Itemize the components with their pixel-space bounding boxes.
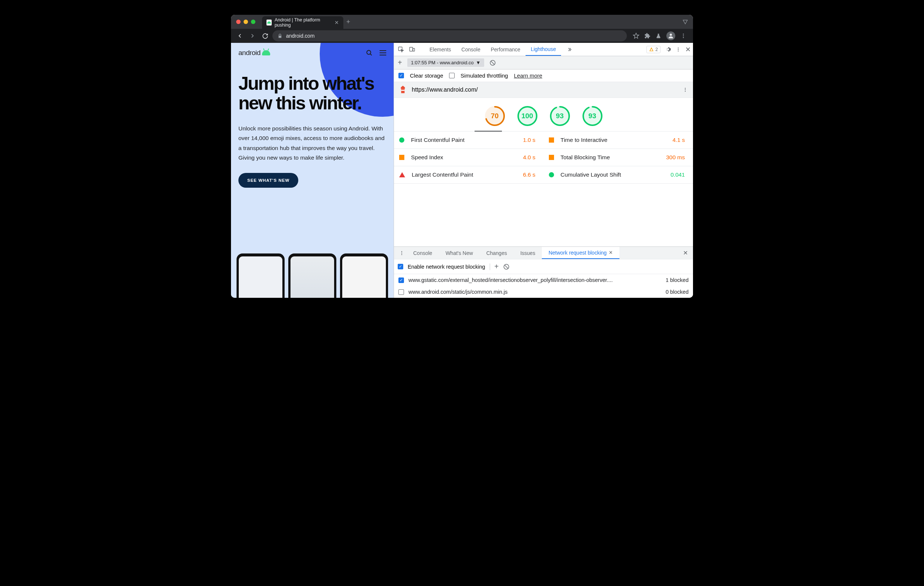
search-icon[interactable]: [366, 49, 373, 56]
window-minimize-button[interactable]: [244, 20, 248, 24]
browser-window: Android | The platform pushing ✕ + andro…: [231, 15, 693, 298]
devtools-close-icon[interactable]: ✕: [685, 46, 691, 54]
inspect-element-icon[interactable]: [396, 45, 406, 54]
metric-row[interactable]: Time to Interactive 4.1 s: [544, 132, 693, 149]
metric-name: Total Blocking Time: [561, 154, 667, 161]
separator: [490, 263, 490, 270]
extensions-icon[interactable]: [645, 33, 650, 39]
metric-value: 4.0 s: [523, 154, 536, 161]
drawer-menu-icon[interactable]: [397, 250, 407, 256]
learn-more-link[interactable]: Learn more: [514, 72, 542, 79]
pattern-checkbox[interactable]: ✓: [398, 278, 404, 283]
metric-name: Cumulative Layout Shift: [561, 171, 671, 178]
labs-icon[interactable]: [656, 33, 661, 39]
profile-avatar-button[interactable]: [667, 31, 675, 40]
metric-name: Largest Contentful Paint: [412, 171, 523, 178]
new-tab-button[interactable]: +: [346, 18, 350, 26]
hero-description: Unlock more possibilities this season us…: [238, 124, 386, 163]
lighthouse-score-gauge[interactable]: 93: [550, 106, 570, 126]
drawer-tab-network-blocking[interactable]: Network request blocking ✕: [542, 247, 619, 259]
window-maximize-button[interactable]: [251, 20, 256, 24]
nav-back-button[interactable]: [235, 31, 245, 41]
add-pattern-icon[interactable]: +: [495, 262, 499, 271]
titlebar-menu-icon[interactable]: [683, 19, 688, 25]
android-logo[interactable]: android: [238, 49, 270, 57]
report-selector-label: 1:07:55 PM - www.android.co: [411, 60, 474, 66]
tab-elements[interactable]: Elements: [424, 43, 456, 56]
warnings-badge[interactable]: 2: [647, 46, 660, 53]
more-tabs-icon[interactable]: [565, 45, 574, 54]
metric-status-icon: [549, 155, 554, 160]
tab-lighthouse[interactable]: Lighthouse: [526, 43, 561, 56]
block-pattern-row[interactable]: ✓ www.gstatic.com/external_hosted/inters…: [394, 274, 693, 286]
metric-row[interactable]: Total Blocking Time 300 ms: [544, 149, 693, 166]
lighthouse-score-gauge[interactable]: 100: [517, 106, 537, 126]
clear-patterns-icon[interactable]: [503, 263, 510, 270]
hamburger-menu-icon[interactable]: [380, 50, 386, 56]
nav-forward-button[interactable]: [247, 31, 257, 41]
report-selector[interactable]: 1:07:55 PM - www.android.co ▼: [407, 58, 485, 67]
drawer-tab-changes[interactable]: Changes: [480, 247, 514, 259]
drawer-tabs: Console What's New Changes Issues Networ…: [394, 247, 693, 259]
bookmark-star-icon[interactable]: [633, 33, 639, 39]
metric-status-icon: [399, 137, 404, 143]
content-area: android Jump into what's new this winter…: [231, 43, 693, 298]
metric-status-icon: [549, 172, 554, 177]
drawer-tab-whatsnew[interactable]: What's New: [439, 247, 479, 259]
drawer-tab-close-icon[interactable]: ✕: [609, 250, 613, 255]
svg-point-2: [683, 35, 684, 36]
android-robot-icon: [262, 50, 270, 56]
report-menu-icon[interactable]: [683, 87, 688, 92]
device-toggle-icon[interactable]: [407, 45, 417, 54]
lighthouse-score-gauge[interactable]: 70: [485, 106, 505, 126]
metric-name: Speed Index: [411, 154, 523, 161]
lighthouse-score-gauge[interactable]: 93: [582, 106, 602, 126]
tab-console[interactable]: Console: [456, 43, 485, 56]
drawer-tab-label: Network request blocking: [548, 250, 607, 256]
pattern-checkbox[interactable]: [398, 289, 404, 295]
cta-button[interactable]: SEE WHAT'S NEW: [238, 173, 298, 188]
simulated-throttling-checkbox[interactable]: [449, 73, 455, 78]
window-close-button[interactable]: [236, 20, 241, 24]
svg-rect-12: [401, 89, 404, 93]
metric-row[interactable]: Speed Index 4.0 s: [394, 149, 544, 166]
nav-reload-button[interactable]: [260, 31, 270, 41]
tab-title: Android | The platform pushing: [275, 17, 329, 28]
svg-point-23: [401, 254, 402, 255]
clear-storage-checkbox[interactable]: ✓: [398, 73, 404, 78]
drawer-close-icon[interactable]: ✕: [681, 249, 690, 257]
toolbar-right: [633, 31, 686, 40]
enable-blocking-checkbox[interactable]: ✓: [398, 264, 403, 269]
svg-point-15: [685, 89, 686, 90]
browser-menu-icon[interactable]: [680, 33, 686, 39]
svg-point-19: [551, 107, 569, 125]
svg-rect-6: [409, 47, 412, 51]
metric-status-icon: [399, 155, 404, 160]
report-url: https://www.android.com/: [412, 86, 478, 93]
traffic-lights: [236, 20, 256, 24]
url-bar[interactable]: android.com: [272, 30, 627, 41]
drawer-tab-console[interactable]: Console: [407, 247, 439, 259]
metric-status-icon: [399, 172, 405, 177]
metric-row[interactable]: Largest Contentful Paint 6.6 s: [394, 166, 544, 184]
drawer-tab-issues[interactable]: Issues: [514, 247, 542, 259]
lighthouse-icon: [399, 86, 407, 94]
devtools-menu-icon[interactable]: [676, 47, 681, 52]
tab-performance[interactable]: Performance: [486, 43, 526, 56]
block-pattern-row[interactable]: www.android.com/static/js/common.min.js …: [394, 286, 693, 298]
metrics-grid: First Contentful Paint 1.0 s Speed Index…: [394, 132, 693, 184]
metric-row[interactable]: First Contentful Paint 1.0 s: [394, 132, 544, 149]
svg-point-1: [683, 34, 684, 35]
svg-point-17: [486, 107, 504, 125]
block-icon[interactable]: [489, 59, 496, 66]
rendered-page: android Jump into what's new this winter…: [231, 43, 394, 298]
tab-close-button[interactable]: ✕: [335, 20, 339, 25]
svg-point-14: [685, 88, 686, 89]
metric-row[interactable]: Cumulative Layout Shift 0.041: [544, 166, 693, 184]
browser-tab[interactable]: Android | The platform pushing ✕: [262, 16, 343, 29]
devtools-drawer: Console What's New Changes Issues Networ…: [394, 247, 693, 298]
new-report-icon[interactable]: +: [398, 58, 402, 67]
metric-value: 1.0 s: [523, 137, 536, 143]
enable-blocking-label: Enable network request blocking: [408, 264, 485, 270]
settings-gear-icon[interactable]: [665, 46, 671, 53]
